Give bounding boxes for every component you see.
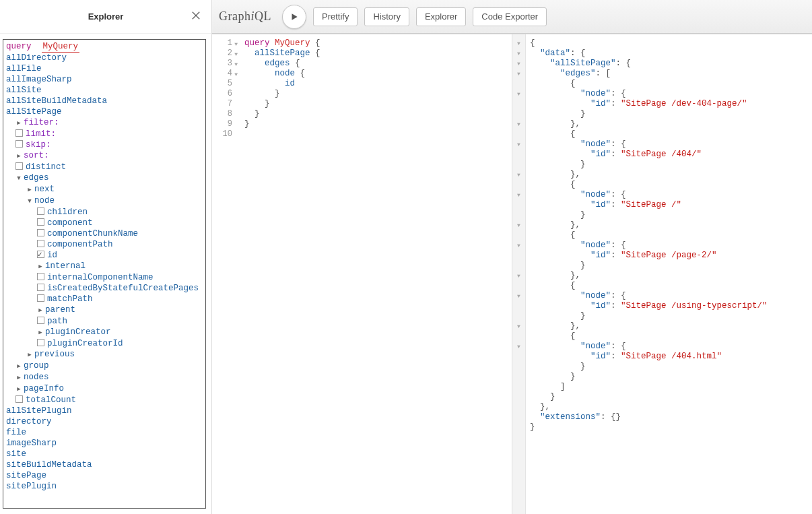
explorer-tree[interactable]: query MyQuery allDirectoryallFileallImag…: [3, 39, 206, 509]
field-next[interactable]: next: [3, 184, 205, 195]
field-path[interactable]: path: [3, 316, 205, 327]
field-children[interactable]: children: [3, 207, 205, 218]
field-edges[interactable]: edges: [3, 172, 205, 184]
checkbox-icon[interactable]: [37, 207, 44, 215]
field-group[interactable]: group: [3, 360, 205, 372]
checkbox-icon[interactable]: [37, 317, 44, 324]
checkbox-icon[interactable]: [37, 284, 44, 291]
fold-icon[interactable]: ▼: [512, 49, 525, 59]
result-viewer[interactable]: ▼▼▼▼▼▼▼▼▼▼▼▼▼▼▼ { "data": { "allSitePage…: [512, 34, 812, 514]
field-imageSharp[interactable]: imageSharp: [3, 438, 205, 449]
checkbox-icon[interactable]: [37, 339, 44, 346]
field-component[interactable]: component: [3, 218, 205, 228]
fold-icon[interactable]: ▼: [512, 38, 525, 49]
field-componentChunkName[interactable]: componentChunkName: [3, 228, 205, 239]
checkbox-icon[interactable]: [15, 395, 23, 403]
close-icon[interactable]: [190, 9, 202, 24]
checkbox-icon[interactable]: [37, 294, 44, 302]
checkbox-icon[interactable]: [37, 229, 44, 236]
field-id[interactable]: id: [3, 250, 205, 261]
query-signature[interactable]: query MyQuery: [3, 41, 205, 53]
field-nodes[interactable]: nodes: [3, 372, 205, 383]
field-allSite[interactable]: allSite: [3, 85, 205, 96]
field-matchPath[interactable]: matchPath: [3, 294, 205, 304]
chevron-right-icon[interactable]: [37, 261, 44, 272]
chevron-right-icon[interactable]: [15, 384, 22, 395]
checkbox-icon[interactable]: [15, 162, 23, 170]
field-isCreatedByStatefulCreatePages[interactable]: isCreatedByStatefulCreatePages: [3, 283, 205, 294]
field-allSitePlugin[interactable]: allSitePlugin: [3, 406, 205, 416]
field-allDirectory[interactable]: allDirectory: [3, 53, 205, 63]
field-pluginCreator[interactable]: pluginCreator: [3, 327, 205, 338]
toolbar: GraphiQL Prettify History Explorer Code …: [212, 0, 812, 34]
field-site[interactable]: site: [3, 449, 205, 459]
chevron-down-icon[interactable]: [15, 173, 22, 184]
fold-icon[interactable]: ▼: [512, 59, 525, 69]
fold-icon[interactable]: ▼: [234, 59, 238, 69]
field-totalCount[interactable]: totalCount: [3, 395, 205, 406]
field-siteBuildMetadata[interactable]: siteBuildMetadata: [3, 459, 205, 470]
fold-icon[interactable]: ▼: [512, 170, 525, 180]
field-pageInfo[interactable]: pageInfo: [3, 383, 205, 395]
field-sitePage[interactable]: sitePage: [3, 470, 205, 481]
arg-limit[interactable]: limit:: [3, 129, 205, 139]
fold-icon[interactable]: ▼: [512, 321, 525, 331]
fold-icon[interactable]: ▼: [234, 49, 238, 59]
chevron-right-icon[interactable]: [37, 305, 44, 316]
field-distinct[interactable]: distinct: [3, 162, 205, 172]
fold-icon[interactable]: ▼: [512, 220, 525, 230]
field-internalComponentName[interactable]: internalComponentName: [3, 272, 205, 283]
field-componentPath[interactable]: componentPath: [3, 239, 205, 250]
fold-icon[interactable]: ▼: [234, 39, 238, 49]
checkbox-icon[interactable]: [37, 273, 44, 280]
chevron-right-icon[interactable]: [15, 118, 22, 129]
code-exporter-button[interactable]: Code Exporter: [473, 7, 547, 26]
history-button[interactable]: History: [364, 7, 409, 26]
fold-icon[interactable]: ▼: [234, 69, 238, 79]
fold-icon[interactable]: ▼: [512, 139, 525, 150]
chevron-right-icon[interactable]: [26, 350, 33, 360]
field-sitePlugin[interactable]: sitePlugin: [3, 481, 205, 492]
chevron-right-icon[interactable]: [15, 361, 22, 372]
field-file[interactable]: file: [3, 427, 205, 438]
arg-skip[interactable]: skip:: [3, 139, 205, 150]
field-previous[interactable]: previous: [3, 349, 205, 360]
fold-icon[interactable]: ▼: [512, 291, 525, 301]
field-allImageSharp[interactable]: allImageSharp: [3, 74, 205, 85]
field-allFile[interactable]: allFile: [3, 63, 205, 74]
field-node[interactable]: node: [3, 195, 205, 207]
checkbox-icon[interactable]: [15, 140, 23, 148]
fold-icon[interactable]: ▼: [512, 69, 525, 79]
query-name-input[interactable]: MyQuery: [42, 41, 80, 53]
field-directory[interactable]: directory: [3, 416, 205, 427]
checkbox-icon[interactable]: [37, 240, 44, 247]
result-gutter: ▼▼▼▼▼▼▼▼▼▼▼▼▼▼▼: [512, 34, 526, 514]
arg-sort[interactable]: sort:: [3, 150, 205, 162]
fold-icon[interactable]: ▼: [512, 240, 525, 251]
field-allSiteBuildMetadata[interactable]: allSiteBuildMetadata: [3, 96, 205, 106]
execute-button[interactable]: [282, 5, 306, 29]
field-pluginCreatorId[interactable]: pluginCreatorId: [3, 338, 205, 349]
fold-icon[interactable]: ▼: [512, 190, 525, 200]
fold-icon[interactable]: ▼: [512, 342, 525, 352]
checkbox-icon[interactable]: [15, 129, 23, 137]
fold-icon[interactable]: ▼: [512, 89, 525, 99]
field-allSitePage[interactable]: allSitePage: [3, 106, 205, 117]
chevron-right-icon[interactable]: [15, 373, 22, 383]
chevron-right-icon[interactable]: [37, 327, 44, 338]
query-editor[interactable]: 1▼2▼3▼4▼5678910 query MyQuery { allSiteP…: [212, 34, 512, 514]
checkbox-icon[interactable]: [37, 251, 44, 258]
field-parent[interactable]: parent: [3, 304, 205, 316]
code-area[interactable]: query MyQuery { allSitePage { edges { no…: [236, 34, 512, 514]
chevron-right-icon[interactable]: [26, 185, 33, 195]
chevron-down-icon[interactable]: [26, 196, 33, 207]
editor-panes: 1▼2▼3▼4▼5678910 query MyQuery { allSiteP…: [212, 34, 812, 514]
explorer-button[interactable]: Explorer: [416, 7, 466, 26]
chevron-right-icon[interactable]: [15, 151, 22, 162]
checkbox-icon[interactable]: [37, 218, 44, 226]
fold-icon[interactable]: ▼: [512, 119, 525, 129]
arg-filter[interactable]: filter:: [3, 117, 205, 129]
prettify-button[interactable]: Prettify: [313, 7, 358, 26]
field-internal[interactable]: internal: [3, 261, 205, 272]
fold-icon[interactable]: ▼: [512, 271, 525, 281]
